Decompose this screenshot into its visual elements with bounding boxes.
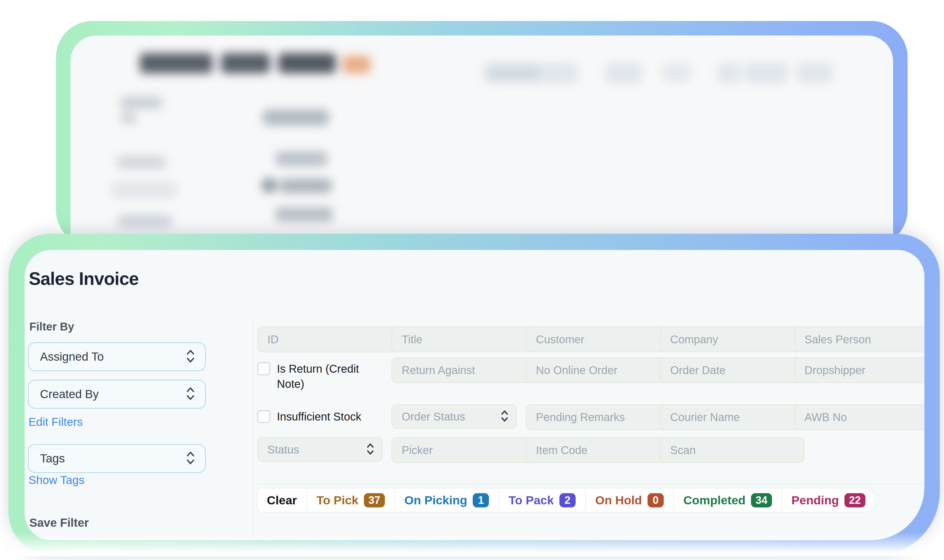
courier-name-input[interactable] bbox=[660, 404, 804, 430]
awb-no-input[interactable] bbox=[795, 404, 924, 430]
blurred-toolbar-item bbox=[663, 64, 691, 82]
to-pack-label: To Pack bbox=[508, 494, 554, 507]
insufficient-stock-label: Insufficient Stock bbox=[277, 409, 361, 424]
filter-row-3: Insufficient Stock Order Status bbox=[257, 404, 920, 429]
to-pack-count-badge: 2 bbox=[559, 493, 576, 508]
status-bar: Clear To Pick 37 On Picking 1 To Pack 2 … bbox=[257, 488, 875, 512]
filter-by-label: Filter By bbox=[29, 320, 74, 333]
chevron-updown-icon bbox=[186, 386, 195, 403]
created-by-select-label: Created By bbox=[40, 388, 99, 401]
show-tags-link[interactable]: Show Tags bbox=[29, 474, 85, 487]
scan-input[interactable] bbox=[660, 437, 804, 463]
blurred-field-value bbox=[263, 109, 329, 125]
blurred-toolbar-item bbox=[488, 66, 538, 79]
to-pack-button[interactable]: To Pack 2 bbox=[499, 488, 586, 512]
insufficient-stock-checkbox[interactable] bbox=[257, 410, 270, 423]
blurred-content bbox=[71, 35, 893, 246]
clear-button-label: Clear bbox=[267, 494, 297, 507]
completed-count-badge: 34 bbox=[751, 493, 772, 508]
blurred-toolbar-item bbox=[745, 63, 787, 83]
order-status-select[interactable]: Order Status bbox=[391, 404, 517, 429]
title-input[interactable] bbox=[391, 326, 536, 352]
blurred-title-text bbox=[221, 53, 270, 73]
background-card bbox=[71, 35, 893, 246]
order-date-input[interactable] bbox=[660, 357, 804, 383]
filter-row-2: Is Return (Credit Note) bbox=[257, 357, 920, 382]
chevron-updown-icon bbox=[186, 450, 195, 467]
page-title: Sales Invoice bbox=[29, 268, 139, 289]
pending-count-badge: 22 bbox=[844, 493, 865, 508]
on-picking-count-badge: 1 bbox=[473, 493, 489, 508]
created-by-select[interactable]: Created By bbox=[28, 380, 206, 409]
save-filter-label: Save Filter bbox=[29, 516, 89, 529]
is-return-checkbox[interactable] bbox=[257, 362, 270, 375]
background-card-frame bbox=[56, 21, 908, 246]
no-online-order-input[interactable] bbox=[526, 357, 670, 383]
sales-person-input[interactable] bbox=[795, 326, 924, 352]
status-select-label: Status bbox=[267, 443, 299, 456]
blurred-toolbar-item bbox=[605, 63, 642, 83]
clear-button[interactable]: Clear bbox=[257, 488, 307, 512]
blurred-title-text bbox=[140, 53, 213, 73]
to-pick-label: To Pick bbox=[317, 494, 359, 507]
filter-row-4: Status bbox=[257, 437, 785, 462]
blurred-field-label bbox=[117, 156, 166, 169]
chevron-updown-icon bbox=[186, 348, 195, 365]
pending-remarks-input[interactable] bbox=[526, 404, 670, 430]
blurred-field-value bbox=[280, 179, 331, 193]
to-pick-count-badge: 37 bbox=[364, 493, 385, 508]
page: Sales Invoice Filter By Assigned To Crea… bbox=[0, 0, 944, 560]
blurred-status-badge bbox=[343, 56, 371, 73]
blurred-toolbar-item bbox=[797, 63, 832, 83]
on-hold-count-badge: 0 bbox=[648, 493, 664, 508]
blurred-field-value bbox=[276, 152, 327, 166]
status-bar-divider bbox=[257, 484, 924, 484]
company-input[interactable] bbox=[660, 326, 804, 352]
panel-divider bbox=[253, 320, 253, 540]
pending-label: Pending bbox=[792, 494, 839, 507]
dropshipper-input[interactable] bbox=[795, 357, 924, 383]
chevron-updown-icon bbox=[500, 409, 508, 424]
assigned-to-select-label: Assigned To bbox=[40, 350, 104, 363]
is-return-label: Is Return (Credit Note) bbox=[277, 361, 383, 391]
assigned-to-select[interactable]: Assigned To bbox=[28, 342, 206, 371]
order-status-select-label: Order Status bbox=[402, 411, 465, 423]
blurred-field-label bbox=[111, 181, 177, 198]
filter-row-1 bbox=[257, 326, 920, 351]
tags-select-label: Tags bbox=[40, 452, 65, 465]
blurred-field-label bbox=[120, 97, 162, 109]
on-hold-label: On Hold bbox=[595, 494, 642, 507]
tags-select[interactable]: Tags bbox=[28, 444, 206, 473]
sales-invoice-card: Sales Invoice Filter By Assigned To Crea… bbox=[25, 250, 924, 540]
blurred-field-label bbox=[117, 215, 172, 228]
pending-button[interactable]: Pending 22 bbox=[782, 488, 875, 512]
item-code-input[interactable] bbox=[526, 437, 670, 463]
chevron-updown-icon bbox=[367, 442, 374, 457]
blurred-toolbar-item bbox=[718, 63, 741, 83]
completed-label: Completed bbox=[683, 494, 745, 507]
customer-input[interactable] bbox=[526, 326, 670, 352]
is-return-checkbox-cell: Is Return (Credit Note) bbox=[257, 357, 383, 382]
id-input[interactable] bbox=[257, 326, 402, 352]
return-against-input[interactable] bbox=[391, 357, 536, 383]
completed-button[interactable]: Completed 34 bbox=[674, 488, 782, 512]
blurred-field-label bbox=[120, 112, 137, 124]
on-hold-button[interactable]: On Hold 0 bbox=[586, 488, 674, 512]
status-select[interactable]: Status bbox=[257, 437, 383, 462]
on-picking-button[interactable]: On Picking 1 bbox=[395, 488, 499, 512]
sales-invoice-card-frame: Sales Invoice Filter By Assigned To Crea… bbox=[8, 234, 940, 556]
edit-filters-link[interactable]: Edit Filters bbox=[29, 415, 83, 429]
blurred-avatar bbox=[262, 178, 277, 193]
blurred-title-text bbox=[278, 53, 336, 73]
to-pick-button[interactable]: To Pick 37 bbox=[307, 488, 395, 512]
picker-input[interactable] bbox=[391, 437, 536, 463]
blurred-field-value bbox=[276, 208, 333, 222]
on-picking-label: On Picking bbox=[405, 494, 467, 507]
insufficient-stock-checkbox-cell: Insufficient Stock bbox=[257, 404, 383, 429]
